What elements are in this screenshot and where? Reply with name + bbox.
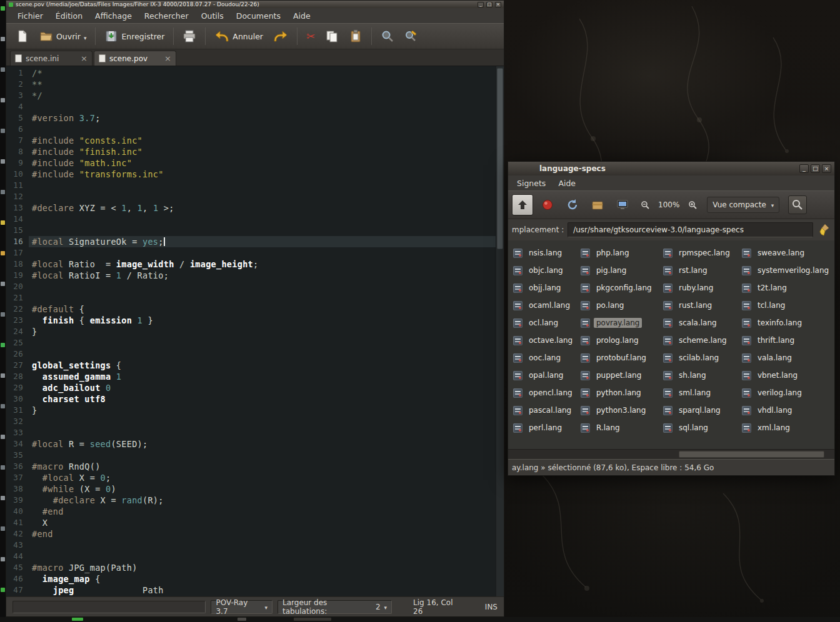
search-button[interactable] — [788, 195, 807, 214]
panel-icon[interactable] — [1, 159, 5, 164]
panel-icon[interactable] — [1, 129, 5, 133]
tab-scene.pov[interactable]: scene.pov — [94, 51, 176, 66]
code-line[interactable]: 36#macro RndQ() — [6, 461, 496, 472]
code-line[interactable]: 43 — [6, 540, 496, 551]
taskbar-item[interactable] — [72, 618, 83, 621]
code-line[interactable]: 37 #local X = 0; — [6, 472, 496, 483]
file-item[interactable]: objc.lang — [512, 262, 579, 279]
vertical-scrollbar[interactable] — [496, 66, 504, 596]
code-line[interactable]: 8#include "finish.inc" — [6, 146, 496, 157]
close-button[interactable] — [822, 164, 831, 173]
code-line[interactable]: 9#include "math.inc" — [6, 157, 496, 169]
record-button[interactable] — [537, 194, 558, 215]
taskbar-item[interactable] — [294, 618, 331, 621]
file-item[interactable]: php.lang — [579, 244, 662, 262]
file-item[interactable]: scilab.lang — [662, 349, 741, 367]
panel-icon[interactable] — [1, 343, 5, 347]
panel-icon[interactable] — [1, 37, 5, 41]
panel-icon[interactable] — [1, 6, 5, 11]
menu-item-édition[interactable]: Édition — [49, 9, 89, 22]
code-line[interactable]: 34#local R = seed(SEED); — [6, 438, 496, 450]
file-item[interactable]: opal.lang — [512, 367, 579, 384]
file-item[interactable]: xml.lang — [741, 419, 834, 437]
code-line[interactable]: 42#end — [6, 528, 496, 540]
file-item[interactable]: octave.lang — [512, 332, 579, 349]
code-line[interactable]: 23 finish { emission 1 } — [6, 315, 496, 326]
panel-icon[interactable] — [1, 190, 5, 194]
scrollbar-thumb[interactable] — [679, 451, 824, 458]
code-line[interactable]: 2** — [6, 79, 496, 90]
refresh-button[interactable] — [562, 194, 583, 215]
undo-button[interactable]: Annuler — [210, 26, 268, 47]
code-line[interactable]: 39 #declare X = rand(R); — [6, 495, 496, 506]
menu-item-rechercher[interactable]: Rechercher — [138, 9, 195, 22]
view-mode-dropdown[interactable]: Vue compacte — [707, 197, 779, 213]
copy-button[interactable] — [321, 26, 343, 47]
file-item[interactable]: sql.lang — [662, 419, 741, 437]
maximize-button[interactable] — [486, 2, 492, 7]
file-item[interactable]: vhdl.lang — [741, 402, 834, 419]
panel-icon[interactable] — [1, 67, 5, 72]
file-item[interactable]: protobuf.lang — [579, 349, 662, 367]
code-area[interactable]: 1/*2**3*/45#version 3.7;67#include "cons… — [6, 67, 496, 596]
cut-button[interactable]: ✂ — [302, 26, 319, 47]
code-line[interactable]: 1/* — [6, 67, 496, 79]
code-line[interactable]: 46 image_map { — [6, 573, 496, 585]
code-line[interactable]: 18#local Ratio = image_width / image_hei… — [6, 259, 496, 270]
code-line[interactable]: 31} — [6, 405, 496, 416]
file-item[interactable]: scheme.lang — [662, 332, 741, 349]
code-line[interactable]: 32 — [6, 416, 496, 427]
code-line[interactable]: 33 — [6, 427, 496, 438]
menu-item-outils[interactable]: Outils — [195, 9, 230, 22]
file-item[interactable]: python.lang — [579, 384, 662, 402]
code-line[interactable]: 5#version 3.7; — [6, 112, 496, 124]
panel-icon[interactable] — [1, 496, 5, 500]
save-button[interactable]: Enregistrer — [100, 26, 169, 47]
open-button[interactable]: Ouvrir — [35, 26, 91, 47]
file-item[interactable]: vbnet.lang — [741, 367, 834, 384]
folder-button[interactable] — [587, 194, 608, 215]
code-line[interactable]: 21 — [6, 292, 496, 304]
maximize-button[interactable] — [811, 164, 820, 173]
taskbar[interactable] — [0, 617, 840, 622]
file-item[interactable]: rust.lang — [662, 297, 741, 314]
file-item[interactable]: ocl.lang — [512, 314, 579, 332]
print-button[interactable] — [178, 26, 201, 47]
tab-close-icon[interactable] — [164, 54, 171, 62]
code-line[interactable]: 27global_settings { — [6, 360, 496, 371]
code-line[interactable]: 4 — [6, 101, 496, 112]
code-line[interactable]: 25 — [6, 337, 496, 348]
panel-icon[interactable] — [1, 220, 5, 225]
search-button[interactable] — [376, 26, 399, 47]
editor-body[interactable]: 1/*2**3*/45#version 3.7;67#include "cons… — [6, 66, 504, 596]
tab-width-combo[interactable]: Largeur des tabulations: 2 — [278, 600, 392, 614]
code-line[interactable]: 7#include "consts.inc" — [6, 135, 496, 146]
panel-icon[interactable] — [1, 251, 5, 255]
paste-button[interactable] — [344, 26, 367, 47]
file-item[interactable]: vala.lang — [741, 349, 834, 367]
code-line[interactable]: 29 adc_bailout 0 — [6, 382, 496, 393]
menu-item-aide[interactable]: Aide — [287, 9, 317, 22]
file-item[interactable]: tcl.lang — [741, 297, 834, 314]
code-line[interactable]: 11 — [6, 180, 496, 191]
file-list[interactable]: nsis.langobjc.langobjj.langocaml.langocl… — [508, 240, 834, 449]
file-item[interactable]: povray.lang — [579, 314, 662, 332]
panel-icon[interactable] — [1, 557, 5, 561]
code-line[interactable]: 12 — [6, 191, 496, 202]
code-line[interactable]: 30 charset utf8 — [6, 393, 496, 405]
code-line[interactable]: 20 — [6, 281, 496, 292]
code-line[interactable]: 3*/ — [6, 90, 496, 101]
code-line[interactable]: 47 jpeg Path — [6, 585, 496, 596]
horizontal-scrollbar[interactable] — [508, 449, 834, 459]
search-replace-button[interactable] — [400, 26, 422, 47]
screen-button[interactable] — [612, 194, 633, 215]
file-item[interactable]: prolog.lang — [579, 332, 662, 349]
new-document-button[interactable] — [11, 26, 34, 47]
file-item[interactable]: pkgconfig.lang — [579, 279, 662, 297]
code-line[interactable]: 10#include "transforms.inc" — [6, 169, 496, 180]
file-item[interactable]: pascal.lang — [512, 402, 579, 419]
file-item[interactable]: perl.lang — [512, 419, 579, 437]
code-line[interactable]: 26 — [6, 348, 496, 360]
code-line[interactable]: 15 — [6, 225, 496, 236]
minimize-button[interactable] — [478, 2, 484, 7]
